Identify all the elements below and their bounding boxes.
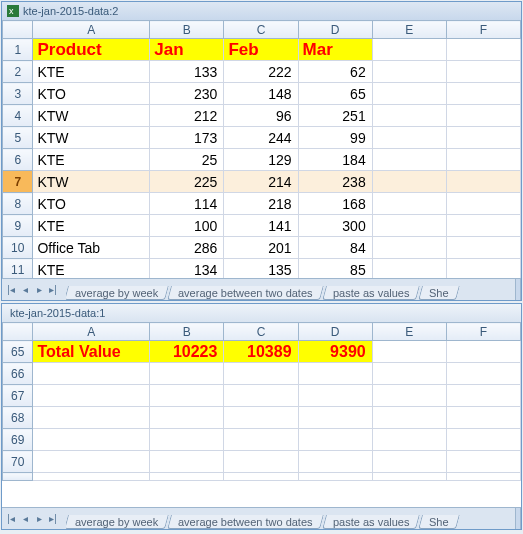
cell[interactable]: [372, 237, 446, 259]
col-header-E[interactable]: E: [372, 21, 446, 39]
tab-nav-first-icon[interactable]: |◂: [4, 283, 18, 297]
cell[interactable]: [372, 363, 446, 385]
select-all-corner[interactable]: [3, 323, 33, 341]
cell[interactable]: [372, 171, 446, 193]
sheet-tab[interactable]: paste as values: [322, 515, 420, 529]
row-header[interactable]: 1: [3, 39, 33, 61]
row-header[interactable]: 69: [3, 429, 33, 451]
cell[interactable]: [372, 215, 446, 237]
cell[interactable]: 300: [298, 215, 372, 237]
table-row[interactable]: 11KTE13413585: [3, 259, 521, 279]
cell[interactable]: [446, 385, 520, 407]
cell[interactable]: 168: [298, 193, 372, 215]
row-header[interactable]: 8: [3, 193, 33, 215]
table-row[interactable]: 4KTW21296251: [3, 105, 521, 127]
sheet-tab[interactable]: average between two dates: [167, 515, 323, 529]
cell[interactable]: [372, 451, 446, 473]
table-row[interactable]: 69: [3, 429, 521, 451]
tab-nav-last-icon[interactable]: ▸|: [46, 512, 60, 526]
cell[interactable]: 96: [224, 105, 298, 127]
cell[interactable]: [446, 341, 520, 363]
table-row[interactable]: 9KTE100141300: [3, 215, 521, 237]
cell[interactable]: 148: [224, 83, 298, 105]
cell[interactable]: [446, 39, 520, 61]
cell[interactable]: 135: [224, 259, 298, 279]
table-row[interactable]: 67: [3, 385, 521, 407]
cell[interactable]: KTW: [33, 105, 150, 127]
cell[interactable]: 133: [150, 61, 224, 83]
cell[interactable]: 129: [224, 149, 298, 171]
cell[interactable]: [446, 363, 520, 385]
cell[interactable]: 222: [224, 61, 298, 83]
cell[interactable]: Office Tab: [33, 237, 150, 259]
cell[interactable]: [150, 385, 224, 407]
cell[interactable]: [298, 473, 372, 481]
total-row[interactable]: 65 Total Value 10223 10389 9390: [3, 341, 521, 363]
sheet-tab[interactable]: average between two dates: [167, 286, 323, 300]
cell[interactable]: 85: [298, 259, 372, 279]
sheet-tab[interactable]: average by week: [66, 515, 169, 529]
cell[interactable]: 218: [224, 193, 298, 215]
cell[interactable]: [372, 83, 446, 105]
sheet-tab[interactable]: She: [418, 286, 459, 300]
col-header-F[interactable]: F: [446, 21, 520, 39]
cell[interactable]: [150, 429, 224, 451]
cell[interactable]: 84: [298, 237, 372, 259]
column-header-row[interactable]: A B C D E F: [3, 21, 521, 39]
cell[interactable]: [298, 363, 372, 385]
cell[interactable]: KTW: [33, 171, 150, 193]
row-header[interactable]: 2: [3, 61, 33, 83]
cell[interactable]: [33, 429, 150, 451]
row-header[interactable]: 65: [3, 341, 33, 363]
cell[interactable]: [372, 127, 446, 149]
spreadsheet-top[interactable]: A B C D E F 1 Product Jan Feb Mar 2KTE13…: [2, 20, 521, 278]
table-row[interactable]: 3KTO23014865: [3, 83, 521, 105]
cell[interactable]: [372, 193, 446, 215]
table-row[interactable]: 10Office Tab28620184: [3, 237, 521, 259]
col-header-C[interactable]: C: [224, 21, 298, 39]
table-row[interactable]: 5KTW17324499: [3, 127, 521, 149]
titlebar-bottom[interactable]: kte-jan-2015-data:1: [2, 304, 521, 322]
cell[interactable]: KTO: [33, 193, 150, 215]
cell[interactable]: 25: [150, 149, 224, 171]
tab-nav-last-icon[interactable]: ▸|: [46, 283, 60, 297]
cell[interactable]: [224, 429, 298, 451]
header-jan[interactable]: Jan: [150, 39, 224, 61]
cell[interactable]: [446, 193, 520, 215]
header-feb[interactable]: Feb: [224, 39, 298, 61]
cell[interactable]: [150, 407, 224, 429]
cell[interactable]: KTW: [33, 127, 150, 149]
sheet-tab[interactable]: paste as values: [322, 286, 420, 300]
grid-bottom[interactable]: A B C D E F 65 Total Value 10223 10389 9…: [2, 322, 521, 507]
grid-top[interactable]: A B C D E F 1 Product Jan Feb Mar 2KTE13…: [2, 20, 521, 278]
cell[interactable]: 251: [298, 105, 372, 127]
cell[interactable]: 184: [298, 149, 372, 171]
cell[interactable]: [372, 259, 446, 279]
sheet-tab[interactable]: She: [418, 515, 459, 529]
cell[interactable]: [150, 451, 224, 473]
cell[interactable]: [372, 385, 446, 407]
total-label[interactable]: Total Value: [33, 341, 150, 363]
total-jan[interactable]: 10223: [150, 341, 224, 363]
row-header[interactable]: 68: [3, 407, 33, 429]
cell[interactable]: [224, 385, 298, 407]
cell[interactable]: 238: [298, 171, 372, 193]
row-header[interactable]: 5: [3, 127, 33, 149]
cell[interactable]: [33, 451, 150, 473]
row-header[interactable]: 66: [3, 363, 33, 385]
cell[interactable]: [446, 83, 520, 105]
cell[interactable]: [33, 363, 150, 385]
cell[interactable]: 173: [150, 127, 224, 149]
tab-split-handle[interactable]: [515, 279, 521, 300]
row-header[interactable]: 70: [3, 451, 33, 473]
titlebar-top[interactable]: x kte-jan-2015-data:2: [2, 2, 521, 20]
cell[interactable]: [446, 105, 520, 127]
cell[interactable]: [224, 407, 298, 429]
column-header-row[interactable]: A B C D E F: [3, 323, 521, 341]
cell[interactable]: KTE: [33, 259, 150, 279]
table-row[interactable]: 1 Product Jan Feb Mar: [3, 39, 521, 61]
cell[interactable]: [224, 363, 298, 385]
cell[interactable]: [446, 407, 520, 429]
header-product[interactable]: Product: [33, 39, 150, 61]
cell[interactable]: [372, 149, 446, 171]
